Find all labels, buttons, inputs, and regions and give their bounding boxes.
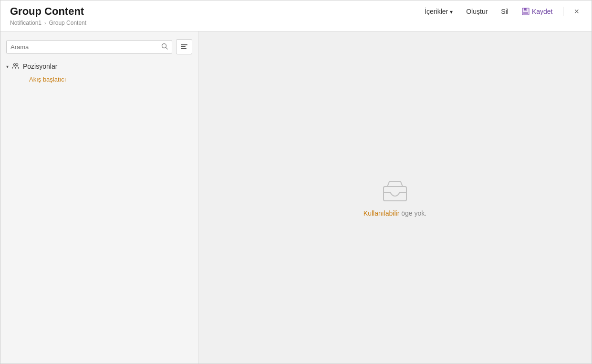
svg-rect-3 xyxy=(523,12,528,14)
svg-rect-7 xyxy=(181,44,187,45)
save-icon xyxy=(522,8,530,15)
tree-item-label: Akış başlatıcı xyxy=(29,76,66,83)
svg-rect-12 xyxy=(384,187,406,201)
search-row xyxy=(6,39,192,54)
left-panel: ▾ Pozisyonlar Akış başlatıcı xyxy=(0,31,198,364)
svg-point-10 xyxy=(13,63,15,65)
breadcrumb-parent[interactable]: Notification1 xyxy=(10,20,42,26)
search-icon xyxy=(161,43,168,50)
header: Group Content İçerikler Oluştur Sil xyxy=(0,0,592,31)
header-actions: İçerikler Oluştur Sil xyxy=(422,6,582,17)
app-window: Group Content İçerikler Oluştur Sil xyxy=(0,0,592,364)
olustur-button[interactable]: Oluştur xyxy=(463,6,490,17)
sil-button[interactable]: Sil xyxy=(498,6,511,17)
kaydet-button[interactable]: Kaydet xyxy=(519,6,556,17)
search-input[interactable] xyxy=(10,43,161,51)
breadcrumb: Notification1 › Group Content xyxy=(10,20,582,26)
svg-point-11 xyxy=(16,63,18,65)
tree-chevron-icon: ▾ xyxy=(6,64,9,69)
tree-group-label: Pozisyonlar xyxy=(23,62,57,70)
svg-rect-4 xyxy=(526,9,527,10)
tree-section: ▾ Pozisyonlar Akış başlatıcı xyxy=(6,62,192,356)
chevron-down-icon xyxy=(450,8,453,15)
collapse-icon xyxy=(180,43,188,51)
collapse-button[interactable] xyxy=(176,39,192,54)
breadcrumb-separator: › xyxy=(44,21,46,26)
svg-line-6 xyxy=(166,47,168,49)
close-button[interactable]: × xyxy=(571,6,582,17)
svg-rect-8 xyxy=(181,46,186,47)
divider xyxy=(563,7,563,16)
svg-rect-9 xyxy=(181,48,187,49)
search-icon-button[interactable] xyxy=(161,43,168,51)
group-users-icon xyxy=(11,62,20,71)
page-title: Group Content xyxy=(10,5,84,18)
empty-text-suffix: öge yok. xyxy=(399,209,426,217)
right-panel: Kullanılabilir öge yok. xyxy=(198,31,592,364)
tree-item-akis[interactable]: Akış başlatıcı xyxy=(6,75,192,83)
empty-message: Kullanılabilir öge yok. xyxy=(364,209,426,217)
header-top: Group Content İçerikler Oluştur Sil xyxy=(10,5,582,18)
search-input-wrap xyxy=(6,40,172,54)
empty-text-prefix: Kullanılabilir xyxy=(364,209,399,217)
tree-group-pozisyonlar[interactable]: ▾ Pozisyonlar xyxy=(6,62,192,71)
icerikler-button[interactable]: İçerikler xyxy=(422,6,456,17)
breadcrumb-current: Group Content xyxy=(49,20,86,26)
empty-inbox-icon xyxy=(380,178,410,203)
main-content: ▾ Pozisyonlar Akış başlatıcı xyxy=(0,31,592,364)
empty-state: Kullanılabilir öge yok. xyxy=(364,178,426,217)
